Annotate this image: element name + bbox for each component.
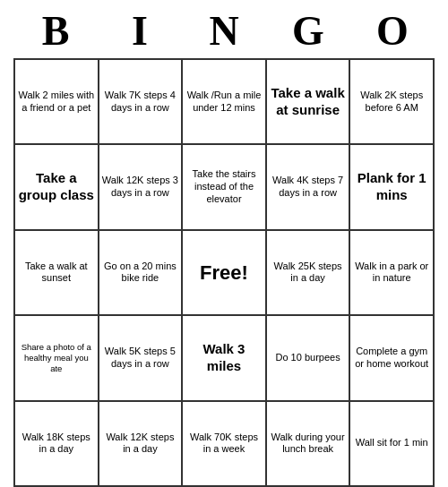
bingo-cell-15[interactable]: Share a photo of a healthy meal you ate [14,315,99,400]
bingo-cell-22[interactable]: Walk 70K steps in a week [182,401,266,486]
bingo-cell-5[interactable]: Take a group class [14,144,99,229]
letter-i: I [104,7,176,55]
letter-g: G [272,7,344,55]
bingo-cell-19[interactable]: Complete a gym or home workout [349,315,434,400]
bingo-cell-10[interactable]: Take a walk at sunset [14,230,99,315]
bingo-cell-20[interactable]: Walk 18K steps in a day [14,401,99,486]
bingo-cell-13[interactable]: Walk 25K steps in a day [266,230,350,315]
bingo-cell-17[interactable]: Walk 3 miles [182,315,266,400]
bingo-cell-9[interactable]: Plank for 1 mins [349,144,434,229]
bingo-cell-3[interactable]: Take a walk at sunrise [266,59,350,144]
bingo-cell-16[interactable]: Walk 5K steps 5 days in a row [99,315,183,400]
bingo-cell-8[interactable]: Walk 4K steps 7 days in a row [266,144,350,229]
bingo-cell-0[interactable]: Walk 2 miles with a friend or a pet [14,59,99,144]
bingo-cell-2[interactable]: Walk /Run a mile under 12 mins [182,59,266,144]
bingo-cell-4[interactable]: Walk 2K steps before 6 AM [349,59,434,144]
bingo-cell-23[interactable]: Walk during your lunch break [266,401,350,486]
bingo-cell-24[interactable]: Wall sit for 1 min [349,401,434,486]
bingo-header: B I N G O [13,0,435,58]
bingo-cell-1[interactable]: Walk 7K steps 4 days in a row [99,59,183,144]
letter-o: O [357,7,428,55]
bingo-cell-14[interactable]: Walk in a park or in nature [349,230,434,315]
bingo-cell-7[interactable]: Take the stairs instead of the elevator [182,144,266,229]
bingo-cell-18[interactable]: Do 10 burpees [266,315,350,400]
bingo-cell-6[interactable]: Walk 12K steps 3 days in a row [99,144,183,229]
letter-b: B [20,7,91,55]
bingo-cell-21[interactable]: Walk 12K steps in a day [99,401,183,486]
letter-n: N [188,7,260,55]
bingo-grid: Walk 2 miles with a friend or a petWalk … [13,58,435,487]
bingo-cell-11[interactable]: Go on a 20 mins bike ride [99,230,183,315]
bingo-cell-12[interactable]: Free! [182,230,266,315]
